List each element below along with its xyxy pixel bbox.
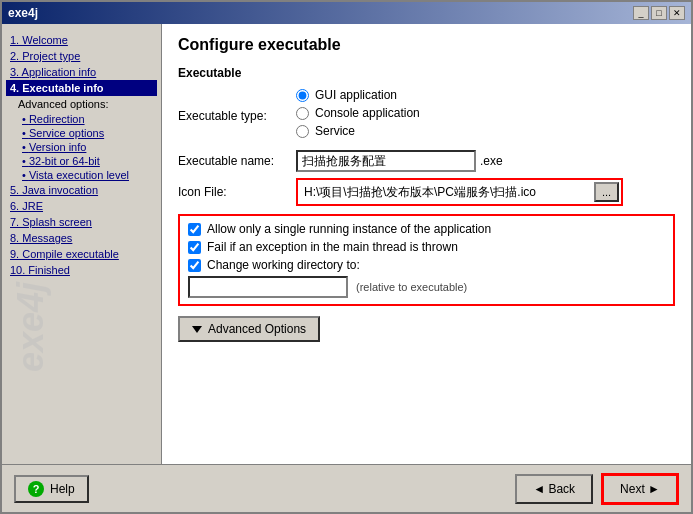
- icon-file-input[interactable]: [300, 183, 590, 201]
- radio-gui-input[interactable]: [296, 89, 309, 102]
- main-content: 1. Welcome 2. Project type 3. Applicatio…: [2, 24, 691, 464]
- icon-file-row: Icon File: ...: [178, 178, 675, 206]
- checkboxes-section: Allow only a single running instance of …: [178, 214, 675, 306]
- fail-exception-label: Fail if an exception in the main thread …: [207, 240, 458, 254]
- exe-suffix: .exe: [480, 154, 503, 168]
- window-title: exe4j: [8, 6, 38, 20]
- icon-file-input-group: ...: [296, 178, 623, 206]
- back-label: ◄ Back: [533, 482, 575, 496]
- sidebar-item-redirection[interactable]: Redirection: [18, 112, 157, 126]
- executable-name-label: Executable name:: [178, 154, 288, 168]
- icon-file-label: Icon File:: [178, 185, 288, 199]
- next-label: Next ►: [620, 482, 660, 496]
- sidebar: 1. Welcome 2. Project type 3. Applicatio…: [2, 24, 162, 464]
- back-button[interactable]: ◄ Back: [515, 474, 593, 504]
- executable-type-label: Executable type:: [178, 109, 288, 123]
- single-instance-checkbox-row[interactable]: Allow only a single running instance of …: [188, 222, 665, 236]
- radio-console-input[interactable]: [296, 107, 309, 120]
- browse-icon-button[interactable]: ...: [594, 182, 619, 202]
- content-area: Configure executable Executable Executab…: [162, 24, 691, 464]
- sidebar-item-jre[interactable]: 6. JRE: [6, 198, 157, 214]
- sidebar-item-welcome[interactable]: 1. Welcome: [6, 32, 157, 48]
- sidebar-item-messages[interactable]: 8. Messages: [6, 230, 157, 246]
- working-dir-input[interactable]: [188, 276, 348, 298]
- sidebar-item-vista[interactable]: Vista execution level: [18, 168, 157, 182]
- executable-name-input[interactable]: [296, 150, 476, 172]
- section-label: Executable: [178, 66, 675, 80]
- radio-service[interactable]: Service: [296, 124, 420, 138]
- fail-exception-checkbox[interactable]: [188, 241, 201, 254]
- single-instance-checkbox[interactable]: [188, 223, 201, 236]
- main-window: exe4j _ □ ✕ 1. Welcome 2. Project type 3…: [0, 0, 693, 514]
- sidebar-item-application-info[interactable]: 3. Application info: [6, 64, 157, 80]
- radio-gui-label: GUI application: [315, 88, 397, 102]
- radio-service-input[interactable]: [296, 125, 309, 138]
- executable-type-row: Executable type: GUI application Console…: [178, 88, 675, 144]
- working-dir-row: (relative to executable): [188, 276, 665, 298]
- single-instance-label: Allow only a single running instance of …: [207, 222, 491, 236]
- close-button[interactable]: ✕: [669, 6, 685, 20]
- sidebar-item-splash-screen[interactable]: 7. Splash screen: [6, 214, 157, 230]
- next-button[interactable]: Next ►: [601, 473, 679, 505]
- exe-name-input-row: .exe: [296, 150, 503, 172]
- advanced-options-label: Advanced Options: [208, 322, 306, 336]
- sidebar-item-executable-info[interactable]: 4. Executable info: [6, 80, 157, 96]
- change-dir-checkbox-row[interactable]: Change working directory to:: [188, 258, 665, 272]
- change-dir-checkbox[interactable]: [188, 259, 201, 272]
- page-title: Configure executable: [178, 36, 675, 54]
- executable-name-row: Executable name: .exe: [178, 150, 675, 172]
- title-bar: exe4j _ □ ✕: [2, 2, 691, 24]
- help-icon: ?: [28, 481, 44, 497]
- sidebar-item-finished[interactable]: 10. Finished: [6, 262, 157, 278]
- bottom-bar: ? Help ◄ Back Next ►: [2, 464, 691, 512]
- help-label: Help: [50, 482, 75, 496]
- minimize-button[interactable]: _: [633, 6, 649, 20]
- change-dir-label: Change working directory to:: [207, 258, 360, 272]
- window-controls: _ □ ✕: [633, 6, 685, 20]
- sidebar-item-project-type[interactable]: 2. Project type: [6, 48, 157, 64]
- help-button[interactable]: ? Help: [14, 475, 89, 503]
- radio-console-label: Console application: [315, 106, 420, 120]
- fail-exception-checkbox-row[interactable]: Fail if an exception in the main thread …: [188, 240, 665, 254]
- triangle-down-icon: [192, 326, 202, 333]
- sidebar-item-32bit[interactable]: 32-bit or 64-bit: [18, 154, 157, 168]
- radio-console[interactable]: Console application: [296, 106, 420, 120]
- sidebar-item-java-invocation[interactable]: 5. Java invocation: [6, 182, 157, 198]
- advanced-options-button[interactable]: Advanced Options: [178, 316, 320, 342]
- sidebar-item-version-info[interactable]: Version info: [18, 140, 157, 154]
- sidebar-item-compile[interactable]: 9. Compile executable: [6, 246, 157, 262]
- advanced-options-section-label: Advanced options: Redirection Service op…: [6, 98, 157, 182]
- executable-type-group: GUI application Console application Serv…: [296, 88, 420, 138]
- maximize-button[interactable]: □: [651, 6, 667, 20]
- exe4j-watermark: exe4j: [6, 278, 56, 376]
- relative-label: (relative to executable): [356, 281, 467, 293]
- sidebar-item-service-options[interactable]: Service options: [18, 126, 157, 140]
- radio-gui[interactable]: GUI application: [296, 88, 420, 102]
- radio-service-label: Service: [315, 124, 355, 138]
